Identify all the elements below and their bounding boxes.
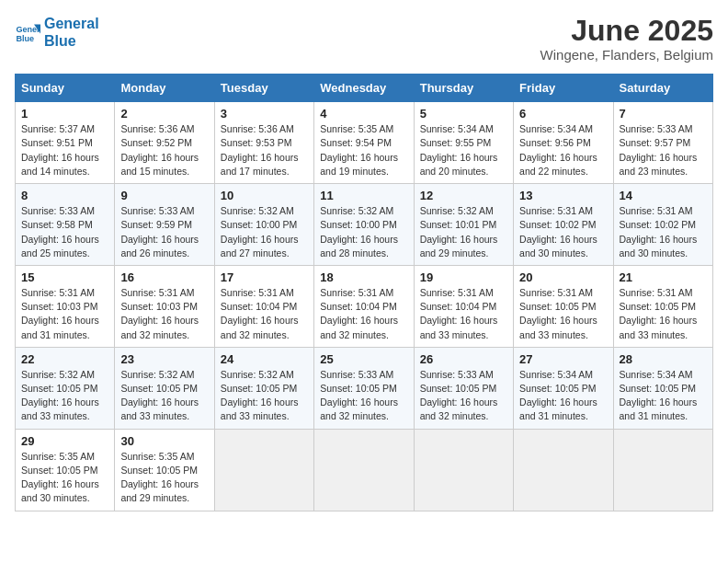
day-number: 5 — [420, 107, 507, 121]
day-detail: Sunrise: 5:31 AMSunset: 10:05 PMDaylight… — [519, 286, 607, 342]
day-detail: Sunrise: 5:36 AMSunset: 9:53 PMDaylight:… — [221, 122, 308, 178]
day-detail: Sunrise: 5:31 AMSunset: 10:02 PMDaylight… — [519, 204, 607, 260]
day-detail: Sunrise: 5:32 AMSunset: 10:05 PMDaylight… — [221, 368, 308, 424]
calendar-cell: 5 Sunrise: 5:34 AMSunset: 9:55 PMDayligh… — [414, 102, 513, 184]
calendar-cell: 9 Sunrise: 5:33 AMSunset: 9:59 PMDayligh… — [115, 184, 214, 266]
calendar-cell: 27 Sunrise: 5:34 AMSunset: 10:05 PMDayli… — [514, 347, 613, 429]
page-header: General Blue GeneralBlue June 2025 Winge… — [15, 15, 713, 63]
day-detail: Sunrise: 5:32 AMSunset: 10:00 PMDaylight… — [221, 204, 308, 260]
calendar-cell: 14 Sunrise: 5:31 AMSunset: 10:02 PMDayli… — [613, 184, 712, 266]
calendar-cell: 30 Sunrise: 5:35 AMSunset: 10:05 PMDayli… — [115, 429, 214, 511]
calendar-cell: 26 Sunrise: 5:33 AMSunset: 10:05 PMDayli… — [414, 347, 513, 429]
calendar-cell: 23 Sunrise: 5:32 AMSunset: 10:05 PMDayli… — [115, 347, 214, 429]
day-number: 8 — [21, 189, 108, 202]
calendar-cell: 6 Sunrise: 5:34 AMSunset: 9:56 PMDayligh… — [514, 102, 613, 184]
day-number: 12 — [420, 189, 507, 202]
day-number: 14 — [620, 189, 707, 202]
day-number: 3 — [221, 107, 308, 121]
calendar-cell — [514, 429, 613, 511]
day-detail: Sunrise: 5:31 AMSunset: 10:02 PMDaylight… — [620, 204, 707, 260]
calendar-cell: 12 Sunrise: 5:32 AMSunset: 10:01 PMDayli… — [414, 184, 513, 266]
calendar-cell: 20 Sunrise: 5:31 AMSunset: 10:05 PMDayli… — [514, 265, 613, 347]
calendar-cell: 2 Sunrise: 5:36 AMSunset: 9:52 PMDayligh… — [115, 102, 214, 184]
day-detail: Sunrise: 5:31 AMSunset: 10:04 PMDaylight… — [320, 286, 407, 342]
day-detail: Sunrise: 5:34 AMSunset: 9:56 PMDaylight:… — [519, 122, 607, 178]
day-number: 7 — [620, 107, 707, 121]
day-number: 30 — [120, 434, 208, 448]
day-detail: Sunrise: 5:32 AMSunset: 10:01 PMDaylight… — [420, 204, 507, 260]
day-detail: Sunrise: 5:33 AMSunset: 9:57 PMDaylight:… — [620, 122, 707, 178]
weekday-header: Sunday — [16, 75, 115, 102]
day-number: 2 — [120, 107, 208, 121]
calendar-cell: 16 Sunrise: 5:31 AMSunset: 10:03 PMDayli… — [115, 265, 214, 347]
calendar-cell: 10 Sunrise: 5:32 AMSunset: 10:00 PMDayli… — [214, 184, 313, 266]
day-detail: Sunrise: 5:35 AMSunset: 9:54 PMDaylight:… — [320, 122, 407, 178]
calendar-cell: 29 Sunrise: 5:35 AMSunset: 10:05 PMDayli… — [16, 429, 115, 511]
logo: General Blue GeneralBlue — [15, 15, 99, 50]
day-number: 4 — [320, 107, 407, 121]
day-detail: Sunrise: 5:31 AMSunset: 10:03 PMDaylight… — [21, 286, 108, 342]
calendar-cell: 8 Sunrise: 5:33 AMSunset: 9:58 PMDayligh… — [16, 184, 115, 266]
weekday-header: Monday — [115, 75, 214, 102]
location: Wingene, Flanders, Belgium — [540, 47, 713, 63]
day-number: 23 — [120, 352, 208, 366]
day-number: 16 — [120, 270, 208, 284]
calendar-cell: 1 Sunrise: 5:37 AMSunset: 9:51 PMDayligh… — [16, 102, 115, 184]
day-number: 19 — [420, 270, 507, 284]
day-detail: Sunrise: 5:32 AMSunset: 10:05 PMDaylight… — [120, 368, 208, 424]
calendar-cell: 25 Sunrise: 5:33 AMSunset: 10:05 PMDayli… — [314, 347, 414, 429]
calendar-cell: 28 Sunrise: 5:34 AMSunset: 10:05 PMDayli… — [613, 347, 712, 429]
calendar-cell: 19 Sunrise: 5:31 AMSunset: 10:04 PMDayli… — [414, 265, 513, 347]
day-number: 27 — [519, 352, 607, 366]
calendar-cell: 4 Sunrise: 5:35 AMSunset: 9:54 PMDayligh… — [314, 102, 414, 184]
day-detail: Sunrise: 5:31 AMSunset: 10:05 PMDaylight… — [620, 286, 707, 342]
calendar-cell: 21 Sunrise: 5:31 AMSunset: 10:05 PMDayli… — [613, 265, 712, 347]
calendar-cell — [613, 429, 712, 511]
day-detail: Sunrise: 5:34 AMSunset: 10:05 PMDaylight… — [519, 368, 607, 424]
day-number: 6 — [519, 107, 607, 121]
day-detail: Sunrise: 5:31 AMSunset: 10:04 PMDaylight… — [420, 286, 507, 342]
calendar-cell: 11 Sunrise: 5:32 AMSunset: 10:00 PMDayli… — [314, 184, 414, 266]
day-detail: Sunrise: 5:32 AMSunset: 10:05 PMDaylight… — [21, 368, 108, 424]
title-block: June 2025 Wingene, Flanders, Belgium — [540, 15, 713, 63]
calendar-cell — [414, 429, 513, 511]
day-detail: Sunrise: 5:31 AMSunset: 10:03 PMDaylight… — [120, 286, 208, 342]
day-number: 25 — [320, 352, 407, 366]
day-number: 22 — [21, 352, 108, 366]
calendar-cell: 3 Sunrise: 5:36 AMSunset: 9:53 PMDayligh… — [214, 102, 313, 184]
day-number: 17 — [221, 270, 308, 284]
day-number: 18 — [320, 270, 407, 284]
weekday-header: Tuesday — [214, 75, 313, 102]
day-detail: Sunrise: 5:34 AMSunset: 9:55 PMDaylight:… — [420, 122, 507, 178]
calendar-cell: 17 Sunrise: 5:31 AMSunset: 10:04 PMDayli… — [214, 265, 313, 347]
day-detail: Sunrise: 5:31 AMSunset: 10:04 PMDaylight… — [221, 286, 308, 342]
day-number: 10 — [221, 189, 308, 202]
day-detail: Sunrise: 5:33 AMSunset: 9:59 PMDaylight:… — [120, 204, 208, 260]
day-number: 20 — [519, 270, 607, 284]
svg-text:Blue: Blue — [16, 34, 34, 43]
day-number: 11 — [320, 189, 407, 202]
day-detail: Sunrise: 5:33 AMSunset: 9:58 PMDaylight:… — [21, 204, 108, 260]
calendar-cell — [314, 429, 414, 511]
day-detail: Sunrise: 5:33 AMSunset: 10:05 PMDaylight… — [420, 368, 507, 424]
day-number: 28 — [620, 352, 707, 366]
day-number: 21 — [620, 270, 707, 284]
month-title: June 2025 — [540, 15, 713, 47]
calendar-cell — [214, 429, 313, 511]
day-detail: Sunrise: 5:34 AMSunset: 10:05 PMDaylight… — [620, 368, 707, 424]
weekday-header: Thursday — [414, 75, 513, 102]
calendar-cell: 15 Sunrise: 5:31 AMSunset: 10:03 PMDayli… — [16, 265, 115, 347]
day-number: 9 — [120, 189, 208, 202]
calendar-cell: 13 Sunrise: 5:31 AMSunset: 10:02 PMDayli… — [514, 184, 613, 266]
day-detail: Sunrise: 5:36 AMSunset: 9:52 PMDaylight:… — [120, 122, 208, 178]
day-number: 24 — [221, 352, 308, 366]
weekday-header: Friday — [514, 75, 613, 102]
day-detail: Sunrise: 5:32 AMSunset: 10:00 PMDaylight… — [320, 204, 407, 260]
calendar-cell: 22 Sunrise: 5:32 AMSunset: 10:05 PMDayli… — [16, 347, 115, 429]
day-detail: Sunrise: 5:33 AMSunset: 10:05 PMDaylight… — [320, 368, 407, 424]
calendar-table: SundayMondayTuesdayWednesdayThursdayFrid… — [15, 74, 713, 511]
weekday-header: Saturday — [613, 75, 712, 102]
logo-icon: General Blue — [15, 19, 40, 45]
day-detail: Sunrise: 5:35 AMSunset: 10:05 PMDaylight… — [120, 450, 208, 506]
calendar-cell: 18 Sunrise: 5:31 AMSunset: 10:04 PMDayli… — [314, 265, 414, 347]
